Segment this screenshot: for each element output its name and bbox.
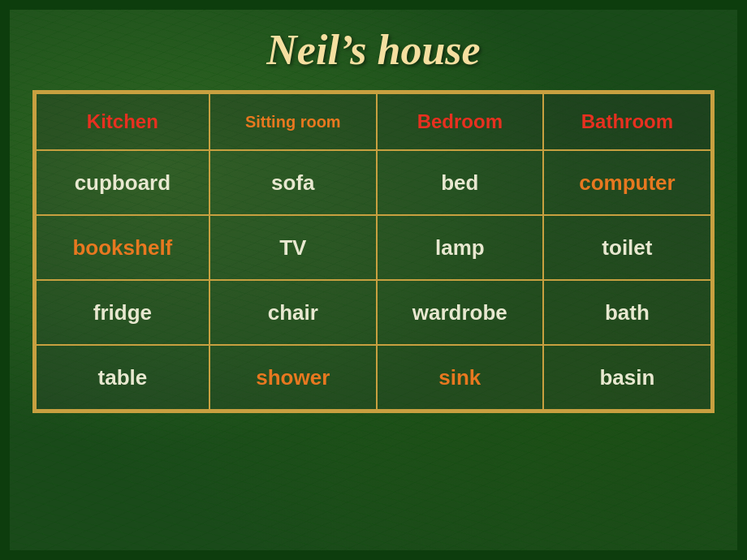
table-row: cupboard sofa bed computer [36, 150, 711, 215]
cell-shower: shower [209, 345, 377, 410]
cell-cupboard: cupboard [36, 150, 209, 215]
table-row: table shower sink basin [36, 345, 711, 410]
cell-bed: bed [377, 150, 543, 215]
cell-sofa: sofa [209, 150, 377, 215]
table-row: fridge chair wardrobe bath [36, 280, 711, 345]
vocabulary-table: Kitchen Sitting room Bedroom Bathroom cu… [35, 93, 712, 411]
header-bathroom: Bathroom [543, 93, 711, 150]
table-row: bookshelf TV lamp toilet [36, 215, 711, 280]
cell-sink: sink [377, 345, 543, 410]
cell-toilet: toilet [543, 215, 711, 280]
cell-table: table [36, 345, 209, 410]
cell-basin: basin [543, 345, 711, 410]
header-bedroom: Bedroom [377, 93, 543, 150]
page-title: Neil’s house [266, 26, 480, 74]
cell-bath: bath [543, 280, 711, 345]
header-sitting-room: Sitting room [209, 93, 377, 150]
cell-wardrobe: wardrobe [377, 280, 543, 345]
vocabulary-table-wrapper: Kitchen Sitting room Bedroom Bathroom cu… [32, 90, 715, 413]
cell-computer: computer [543, 150, 711, 215]
page-container: Neil’s house Kitchen Sitting room Bedroo… [0, 0, 747, 560]
cell-chair: chair [209, 280, 377, 345]
cell-tv: TV [209, 215, 377, 280]
cell-lamp: lamp [377, 215, 543, 280]
header-kitchen: Kitchen [36, 93, 209, 150]
cell-bookshelf: bookshelf [36, 215, 209, 280]
table-header-row: Kitchen Sitting room Bedroom Bathroom [36, 93, 711, 150]
cell-fridge: fridge [36, 280, 209, 345]
